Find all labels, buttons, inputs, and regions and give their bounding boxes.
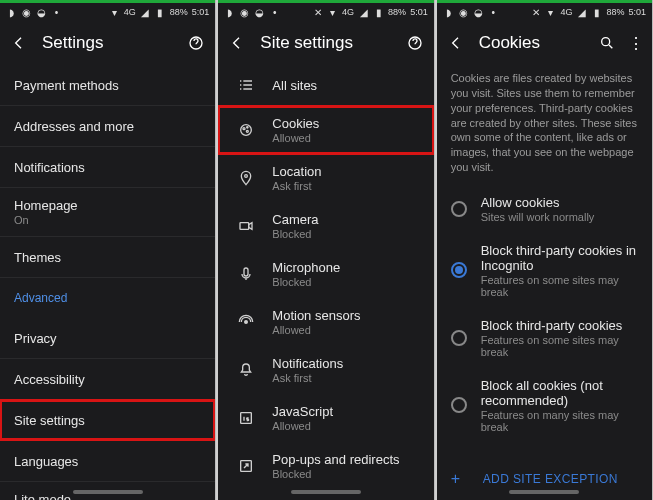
- site-setting-microphone[interactable]: MicrophoneBlocked: [218, 250, 433, 298]
- item-sublabel: Allowed: [272, 324, 360, 336]
- item-sublabel: Blocked: [272, 468, 399, 480]
- battery-icon: ▮: [591, 7, 602, 18]
- search-icon[interactable]: [598, 34, 616, 52]
- settings-item-notifications[interactable]: Notifications: [0, 147, 215, 187]
- mic-icon: [232, 266, 260, 282]
- site-setting-javascript[interactable]: JavaScriptAllowed: [218, 394, 433, 442]
- item-label: All sites: [272, 78, 317, 93]
- site-setting-notifications[interactable]: NotificationsAsk first: [218, 346, 433, 394]
- item-sublabel: Allowed: [272, 132, 319, 144]
- signal-icon: ◢: [576, 7, 587, 18]
- settings-item-privacy[interactable]: Privacy: [0, 318, 215, 358]
- status-bar: ◗ ◉ ◒ • ▾ 4G ◢ ▮ 88% 5:01: [0, 3, 215, 21]
- item-label: Privacy: [14, 331, 57, 346]
- option-label: Allow cookies: [481, 195, 595, 210]
- svg-point-3: [243, 128, 245, 130]
- popup-icon: [232, 458, 260, 474]
- motion-icon: [232, 314, 260, 330]
- svg-point-5: [247, 127, 248, 128]
- item-label: Notifications: [14, 160, 85, 175]
- msg-icon: ◒: [473, 7, 484, 18]
- app-bar: Site settings: [218, 21, 433, 65]
- dot-icon: •: [51, 7, 62, 18]
- site-setting-all-sites[interactable]: All sites: [218, 65, 433, 105]
- msg-icon: ◒: [254, 7, 265, 18]
- back-icon[interactable]: [228, 34, 246, 52]
- settings-item-accessibility[interactable]: Accessibility: [0, 359, 215, 399]
- option-sublabel: Features on some sites may break: [481, 274, 638, 298]
- plus-icon: +: [451, 470, 473, 488]
- svg-rect-8: [244, 268, 248, 276]
- item-label: Motion sensors: [272, 308, 360, 323]
- app-bar: Settings: [0, 21, 215, 65]
- option-label: Block third-party cookies in Incognito: [481, 243, 638, 273]
- settings-item-addresses-and-more[interactable]: Addresses and more: [0, 106, 215, 146]
- site-setting-motion-sensors[interactable]: Motion sensorsAllowed: [218, 298, 433, 346]
- moon-icon: ◗: [6, 7, 17, 18]
- radio-button[interactable]: [451, 397, 467, 413]
- cookie-option-1[interactable]: Block third-party cookies in IncognitoFe…: [437, 233, 652, 308]
- home-indicator[interactable]: [73, 490, 143, 494]
- more-icon[interactable]: ⋮: [630, 34, 642, 52]
- page-title: Cookies: [479, 33, 584, 53]
- battery-icon: ▮: [373, 7, 384, 18]
- msg-icon: ◒: [36, 7, 47, 18]
- cookie-icon: [232, 122, 260, 138]
- item-label: Pop-ups and redirects: [272, 452, 399, 467]
- bell-icon: [232, 362, 260, 378]
- radio-button[interactable]: [451, 201, 467, 217]
- wifi-icon: ▾: [545, 7, 556, 18]
- site-setting-location[interactable]: LocationAsk first: [218, 154, 433, 202]
- item-sublabel: Blocked: [272, 276, 340, 288]
- cookies-screen: ◗ ◉ ◒ • ✕ ▾ 4G ◢ ▮ 88% 5:01 Cookies ⋮ Co…: [437, 0, 653, 500]
- item-label: Accessibility: [14, 372, 85, 387]
- back-icon[interactable]: [447, 34, 465, 52]
- help-icon[interactable]: [187, 34, 205, 52]
- dot-icon: •: [269, 7, 280, 18]
- item-label: Microphone: [272, 260, 340, 275]
- item-label: Camera: [272, 212, 318, 227]
- help-icon[interactable]: [406, 34, 424, 52]
- settings-item-site-settings[interactable]: Site settings: [0, 400, 215, 440]
- wifi-icon: ▾: [109, 7, 120, 18]
- site-setting-camera[interactable]: CameraBlocked: [218, 202, 433, 250]
- item-label: Lite mode: [14, 492, 71, 500]
- settings-item-languages[interactable]: Languages: [0, 441, 215, 481]
- site-setting-cookies[interactable]: CookiesAllowed: [218, 106, 433, 154]
- add-exception-label: ADD SITE EXCEPTION: [483, 472, 618, 486]
- option-label: Block third-party cookies: [481, 318, 638, 333]
- radio-button[interactable]: [451, 262, 467, 278]
- settings-item-payment-methods[interactable]: Payment methods: [0, 65, 215, 105]
- sync-icon: ◉: [21, 7, 32, 18]
- pin-icon: [232, 170, 260, 186]
- status-bar: ◗ ◉ ◒ • ✕ ▾ 4G ◢ ▮ 88% 5:01: [218, 3, 433, 21]
- mute-icon: ✕: [312, 7, 323, 18]
- item-sublabel: Ask first: [272, 372, 343, 384]
- settings-screen: ◗ ◉ ◒ • ▾ 4G ◢ ▮ 88% 5:01 Settings Payme…: [0, 0, 216, 500]
- settings-item-themes[interactable]: Themes: [0, 237, 215, 277]
- svg-point-4: [247, 130, 249, 132]
- item-label: Advanced: [14, 291, 67, 305]
- site-settings-screen: ◗ ◉ ◒ • ✕ ▾ 4G ◢ ▮ 88% 5:01 Site setting…: [218, 0, 434, 500]
- radio-button[interactable]: [451, 330, 467, 346]
- back-icon[interactable]: [10, 34, 28, 52]
- clock: 5:01: [628, 7, 646, 17]
- site-setting-pop-ups-and-redirects[interactable]: Pop-ups and redirectsBlocked: [218, 442, 433, 490]
- cookies-options: Allow cookiesSites will work normallyBlo…: [437, 185, 652, 458]
- status-bar: ◗ ◉ ◒ • ✕ ▾ 4G ◢ ▮ 88% 5:01: [437, 3, 652, 21]
- list-icon: [232, 77, 260, 93]
- svg-rect-10: [241, 413, 252, 424]
- site-settings-list: All sitesCookiesAllowedLocationAsk first…: [218, 65, 433, 500]
- settings-list: Payment methodsAddresses and moreNotific…: [0, 65, 215, 500]
- cookie-option-0[interactable]: Allow cookiesSites will work normally: [437, 185, 652, 233]
- option-sublabel: Features on many sites may break: [481, 409, 638, 433]
- home-indicator[interactable]: [291, 490, 361, 494]
- cookie-option-2[interactable]: Block third-party cookiesFeatures on som…: [437, 308, 652, 368]
- cookies-description: Cookies are files created by websites yo…: [437, 65, 652, 185]
- item-label: Site settings: [14, 413, 85, 428]
- cookie-option-3[interactable]: Block all cookies (not recommended)Featu…: [437, 368, 652, 443]
- home-indicator[interactable]: [509, 490, 579, 494]
- settings-item-advanced: Advanced: [0, 278, 215, 318]
- settings-item-homepage[interactable]: HomepageOn: [0, 188, 215, 236]
- battery-icon: ▮: [155, 7, 166, 18]
